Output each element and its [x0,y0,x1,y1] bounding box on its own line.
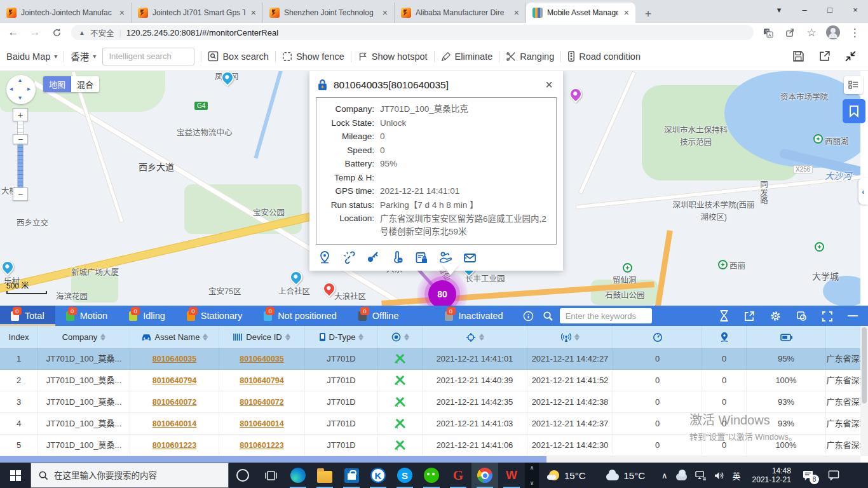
window-close-button[interactable]: × [843,0,868,19]
taskbar-app-edge[interactable] [285,463,311,488]
pan-right-icon[interactable]: ▸ [27,85,31,92]
taskbar-clock[interactable]: 14:48 2021-12-21 [747,463,796,488]
zoom-track[interactable] [17,121,24,134]
col-d-type[interactable]: D-Type [305,326,378,348]
ranging-button[interactable]: Ranging [506,51,554,62]
col-battery[interactable] [747,326,826,348]
filter-tab-not-positioned[interactable]: 0 Not positioned [253,306,348,326]
show-hotspot-button[interactable]: Show hotspot [358,51,428,62]
taskbar-app-explorer[interactable] [311,463,338,488]
hand-key-icon[interactable] [438,250,453,264]
sort-icon[interactable] [100,331,105,343]
zoom-track-fill[interactable] [17,144,24,187]
taskbar-app-store[interactable] [338,463,365,488]
bookmark-star-icon[interactable]: ☆ [804,26,818,39]
sort-icon[interactable] [285,331,290,343]
tab-close-icon[interactable]: × [381,8,389,18]
pan-left-icon[interactable]: ◂ [10,85,13,92]
device-list-toggle[interactable] [844,76,863,94]
taskbar-app-skype[interactable]: S [391,463,418,488]
zoom-in-button[interactable]: + [13,108,28,121]
back-icon[interactable]: ← [6,26,20,39]
url-text[interactable]: 120.25.245.20:8081/#/monitorCenterReal [126,28,278,37]
col-company[interactable]: Company [38,326,130,348]
forward-icon[interactable]: → [28,26,42,39]
export-window-icon[interactable] [818,50,831,62]
taskbar-search-input[interactable] [54,471,207,480]
table-row[interactable]: 5 JT701D_100_莫桑... 8010601223 8010601223… [0,435,868,456]
location-pin-icon[interactable] [317,250,332,264]
save-icon[interactable] [792,50,804,62]
map-provider-select[interactable]: Baidu Map ▾ [6,51,57,62]
road-condition-button[interactable]: Road condition [567,51,641,62]
bookmark-panel-button[interactable] [843,99,865,123]
taskbar-app-wps[interactable]: W [498,463,525,488]
window-minimize-button[interactable]: – [792,0,817,19]
intelligent-search-input[interactable] [102,48,194,65]
filter-tab-offline[interactable]: 0 Offline [348,306,410,326]
map-canvas[interactable]: 凤凰冈 宝益达物流中心 西乡大道 宝安大道 宝安公园 宝安75区 西乡立交 乐村… [0,71,868,306]
fullscreen-icon[interactable] [822,310,832,322]
collapse-panel-icon[interactable]: — [848,310,858,322]
poi-marker[interactable] [0,258,17,276]
thermometer-icon[interactable] [390,250,405,264]
filter-tab-total[interactable]: 0 Total [0,306,55,326]
taskbar-scroll-arrows[interactable]: ∧ ∨ [525,463,539,488]
onedrive-icon[interactable] [676,473,687,480]
col-device-id[interactable]: Device ID [219,326,305,348]
map-pan-control[interactable]: ▴ ▾ ◂ ▸ [6,75,36,104]
browser-tab[interactable]: Jointech Jt701 Smart Gps T × [132,3,263,23]
show-fence-button[interactable]: Show fence [282,51,344,62]
tray-expand-icon[interactable]: ∧ [661,471,668,480]
task-view-button[interactable] [257,463,285,488]
device-link[interactable]: 8010640014 [219,413,305,435]
col-comm-time[interactable] [527,326,613,348]
taskbar-app-g[interactable]: G [445,463,471,488]
tab-close-icon[interactable]: × [513,8,520,18]
start-button[interactable] [0,463,31,488]
action-center-button[interactable] [822,463,846,488]
map-type-map[interactable]: 地图 [43,76,71,92]
browser-menu-icon[interactable]: ⋮ [848,26,862,39]
col-gps-time[interactable] [423,326,527,348]
scrollbar-thumb[interactable] [0,456,546,463]
window-maximize-button[interactable]: □ [817,0,843,19]
browser-tab[interactable]: Shenzhen Joint Technolog × [263,3,395,23]
poi-marker[interactable] [287,268,305,286]
metro-icon[interactable] [813,134,823,144]
keywords-input[interactable] [560,308,652,323]
panel-expand-tab[interactable]: ‹ [858,178,868,205]
profile-avatar[interactable] [826,25,840,39]
mail-icon[interactable] [462,250,477,264]
browser-tab[interactable]: Alibaba Manufacturer Dire × [395,3,526,23]
asset-link[interactable]: 8010640014 [130,413,219,435]
window-menu-icon[interactable]: ▾ [766,0,792,19]
browser-tab[interactable]: Jointech-Jointech Manufac × [0,3,132,23]
device-link[interactable]: 8010601223 [219,435,305,456]
device-cluster[interactable]: 80 [428,280,456,306]
card-lock-icon[interactable] [414,250,429,264]
table-row[interactable]: 2 JT701D_100_莫桑... 8010640794 8010640794… [0,370,868,391]
col-asset-name[interactable]: Asset Name [130,326,219,348]
metro-icon[interactable] [718,260,728,269]
theme-icon[interactable] [796,310,807,322]
sort-icon[interactable] [358,331,363,343]
taskbar-app-k[interactable]: K [365,463,391,488]
hourglass-icon[interactable] [719,310,729,322]
translate-icon[interactable]: 文A [761,26,775,39]
metro-icon[interactable] [623,263,632,273]
filter-tab-stationary[interactable]: 0 Stationary [176,306,253,326]
map-zoom-slider[interactable]: + − − [13,108,28,201]
asset-link[interactable]: 8010640072 [130,391,219,413]
popup-close-icon[interactable]: × [543,78,555,92]
zoom-slider-handle[interactable]: − [13,134,28,144]
eliminate-button[interactable]: Eliminate [441,51,493,62]
pan-up-icon[interactable]: ▴ [18,76,22,83]
sort-icon[interactable] [574,331,580,343]
volume-icon[interactable] [714,471,724,480]
info-icon[interactable] [523,310,534,322]
filter-tab-inactivated[interactable]: 0 Inactivated [434,306,514,326]
export-icon[interactable] [744,310,755,322]
taskbar-search[interactable] [31,463,229,488]
tab-close-icon[interactable]: × [118,8,126,18]
